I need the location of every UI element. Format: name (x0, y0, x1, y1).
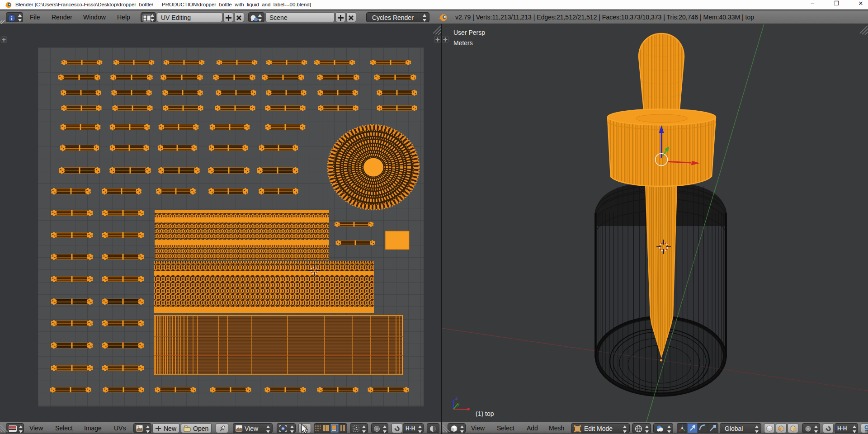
svg-text:z: z (455, 395, 458, 401)
svg-text:y: y (457, 401, 460, 406)
